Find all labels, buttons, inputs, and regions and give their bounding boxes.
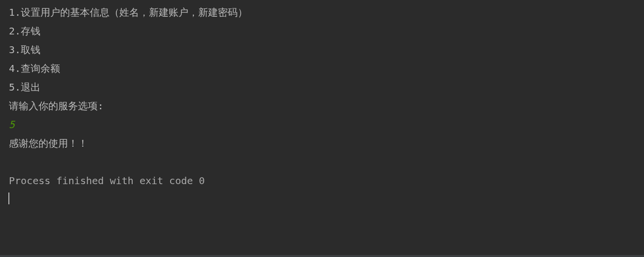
text-cursor: [8, 193, 9, 204]
process-exit-line: Process finished with exit code 0: [9, 171, 635, 190]
menu-item-4: 4.查询余额: [9, 59, 635, 78]
menu-item-5: 5.退出: [9, 78, 635, 96]
input-prompt: 请输入你的服务选项:: [9, 96, 635, 115]
menu-item-2: 2.存钱: [9, 22, 635, 40]
status-bar: [0, 255, 644, 257]
farewell-line: 感谢您的使用！！: [9, 134, 635, 153]
user-input-line: 5: [9, 115, 635, 134]
menu-item-3: 3.取钱: [9, 40, 635, 59]
blank-line: [9, 153, 635, 171]
console-output: 1.设置用户的基本信息（姓名，新建账户，新建密码） 2.存钱 3.取钱 4.查询…: [9, 3, 635, 209]
menu-item-1: 1.设置用户的基本信息（姓名，新建账户，新建密码）: [9, 3, 635, 22]
cursor-line[interactable]: [9, 190, 635, 209]
